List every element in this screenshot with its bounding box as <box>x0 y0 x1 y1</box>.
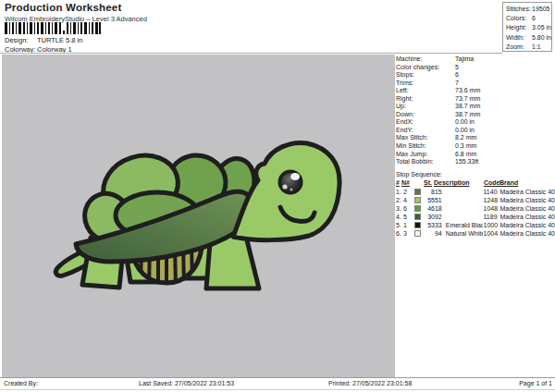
cell-desc <box>446 204 484 213</box>
machine-info-row-value: 8.2 mm <box>455 134 476 141</box>
stat-row: Stitches:19505 <box>506 5 551 14</box>
stat-row: Width:5.80 in <box>506 33 551 43</box>
thread-color-swatch <box>414 214 421 220</box>
cell-st: 815 <box>423 188 442 196</box>
footer-bottom-border <box>0 389 555 390</box>
design-canvas <box>2 55 395 377</box>
header-divider <box>0 53 502 54</box>
machine-info-row-label: Left: <box>396 87 455 95</box>
col-header-stop: # <box>396 179 400 186</box>
cell-n: 6 <box>403 204 414 213</box>
machine-info-row-value: 0.00 in <box>455 127 475 133</box>
machine-info-row-value: 6.8 mm <box>455 151 476 157</box>
design-row: Design: TURTLE 5.8 in <box>5 36 82 44</box>
machine-info-row-value: Tajima <box>455 55 474 62</box>
machine-info-row-label: Trims: <box>396 80 455 88</box>
stop-sequence-row: 3.646181048Madeira Classic 40 <box>396 204 555 213</box>
page-title: Production Worksheet <box>5 2 121 13</box>
machine-info-row: Left:73.6 mm <box>396 87 555 95</box>
stop-sequence-title: Stop Sequence: <box>396 171 442 178</box>
stats-box: Stitches:19505Colors:6Height:3.05 inWidt… <box>502 2 552 52</box>
cell-n: 5 <box>403 213 414 221</box>
turtle-eye <box>278 170 303 195</box>
machine-info-row-value: 0.00 in <box>455 118 475 125</box>
cell-n: 3 <box>403 229 414 238</box>
footer-printed: Printed: 27/05/2022 23:01:58 <box>328 380 412 386</box>
machine-info-row-value: 6 <box>455 71 459 78</box>
footer-created-by: Created By: <box>4 380 38 386</box>
stat-row-label: Width: <box>506 33 532 43</box>
machine-info-row: Total Bobbin:155.33ft <box>396 158 555 166</box>
machine-info-row-label: Max Jump: <box>396 151 455 159</box>
cell-sw <box>414 213 423 221</box>
cell-desc <box>446 188 484 196</box>
cell-sw <box>414 188 423 196</box>
stat-row-value: 1:1 <box>532 43 541 50</box>
machine-info-row-label: Stops: <box>396 71 455 80</box>
machine-info-row-label: EndX: <box>396 118 455 127</box>
col-header-needle: N# <box>401 179 410 186</box>
machine-info-row-label: Color changes: <box>396 64 455 72</box>
stat-row-value: 19505 <box>532 6 549 12</box>
stop-sequence-header: # N# St. Description Code Brand <box>396 179 555 188</box>
stop-sequence-row: 2.455511248Madeira Classic 40 <box>396 196 555 204</box>
stop-sequence-row: 6.394Natural White1004Madeira Classic 40 <box>396 229 555 238</box>
machine-info-row: EndX:0.00 in <box>396 118 555 127</box>
machine-info-row-label: Machine: <box>396 55 455 64</box>
machine-info-row-label: EndY: <box>396 127 455 135</box>
stat-row-label: Zoom: <box>506 43 532 52</box>
footer-page-number: Page 1 of 1 <box>481 380 552 386</box>
stop-sequence-row: 5.15333Emerald Black1000Madeira Classic … <box>396 221 555 229</box>
machine-info-row-value: 73.6 mm <box>455 87 480 93</box>
stat-row-value: 6 <box>532 15 536 21</box>
cell-code: 1004 <box>483 229 496 238</box>
cell-stop: 5. <box>396 221 403 229</box>
cell-code: 1189 <box>483 213 496 221</box>
stat-row: Zoom:1:1 <box>506 43 551 52</box>
cell-desc: Emerald Black <box>446 221 484 229</box>
stat-row-label: Stitches: <box>506 5 532 14</box>
stat-row: Colors:6 <box>506 14 551 23</box>
col-header-brand: Brand <box>500 179 518 186</box>
machine-info-row: Trims:7 <box>396 80 555 88</box>
machine-info-row-label: Max Stitch: <box>396 134 455 142</box>
cell-desc <box>446 196 484 204</box>
cell-desc <box>446 213 484 221</box>
cell-code: 1140 <box>483 188 496 196</box>
cell-code: 1048 <box>483 204 496 213</box>
stat-row-value: 3.05 in <box>532 24 551 31</box>
barcode-icon <box>5 22 101 35</box>
cell-stop: 1. <box>396 188 403 196</box>
stop-sequence-row: 1.28151140Madeira Classic 40 <box>396 188 555 196</box>
machine-info-row: Down:38.7 mm <box>396 111 555 119</box>
footer-last-saved: Last Saved: 27/05/2022 23:01:53 <box>139 380 234 386</box>
machine-info-row: Min Stitch:0.3 mm <box>396 142 555 151</box>
thread-color-swatch <box>414 222 421 228</box>
col-header-code: Code <box>484 179 500 186</box>
cell-sw <box>414 229 423 238</box>
col-header-description: Description <box>434 179 470 186</box>
cell-brand: Madeira Classic 40 <box>500 188 555 196</box>
cell-code: 1248 <box>483 196 496 204</box>
thread-color-swatch <box>414 189 421 195</box>
stat-row: Height:3.05 in <box>506 23 551 32</box>
machine-info-row: Up:38.7 mm <box>396 103 555 111</box>
cell-stop: 6. <box>396 229 403 238</box>
cell-stop: 4. <box>396 213 403 221</box>
cell-sw <box>414 196 423 204</box>
stop-sequence-table: 1.28151140Madeira Classic 402.455511248M… <box>396 188 555 239</box>
machine-info-row-value: 5 <box>455 64 459 70</box>
stat-row-label: Height: <box>506 23 532 32</box>
machine-info-row-value: 0.3 mm <box>455 142 476 149</box>
cell-sw <box>414 221 423 229</box>
cell-n: 4 <box>403 196 414 204</box>
cell-brand: Madeira Classic 40 <box>500 196 555 204</box>
machine-info-row: Max Stitch:8.2 mm <box>396 134 555 142</box>
cell-desc: Natural White <box>446 229 484 238</box>
cell-brand: Madeira Classic 40 <box>500 229 555 238</box>
machine-info-row: Stops:6 <box>396 71 555 80</box>
machine-info-row-value: 38.7 mm <box>455 103 480 109</box>
machine-info-row: Right:73.7 mm <box>396 95 555 104</box>
machine-info-row-label: Down: <box>396 111 455 119</box>
machine-info: Machine:TajimaColor changes:5Stops:6Trim… <box>396 55 555 166</box>
